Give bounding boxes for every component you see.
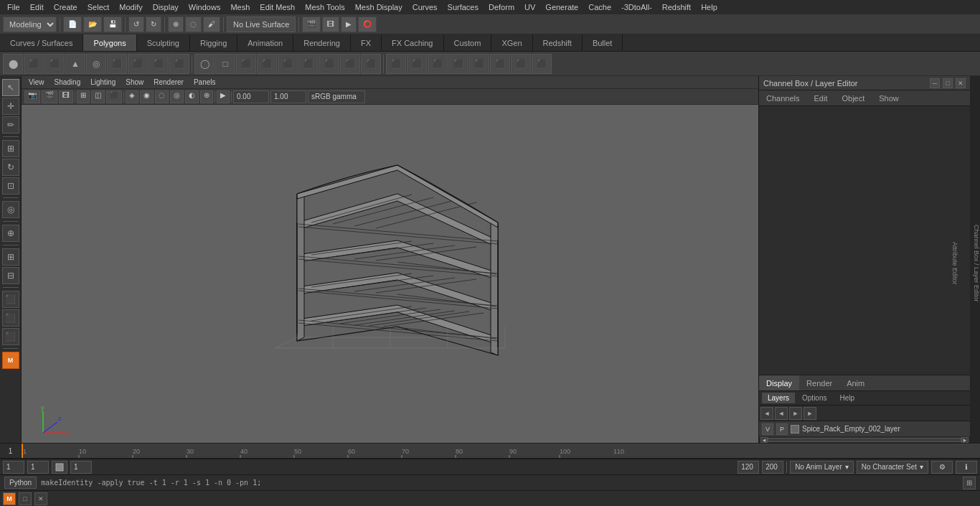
shelf-subdiv[interactable]: ⬛ bbox=[340, 54, 360, 74]
cb-minimize[interactable]: ─ bbox=[930, 78, 940, 88]
render-settings-btn[interactable]: 🎞 bbox=[322, 17, 339, 32]
shelf-torus[interactable]: ◎ bbox=[86, 54, 106, 74]
render-seq-btn[interactable]: ▶ bbox=[341, 17, 357, 32]
layers-submenu-help[interactable]: Help bbox=[834, 393, 860, 403]
select-tool[interactable]: ↖ bbox=[2, 79, 19, 96]
shelf-reduce[interactable]: ⬛ bbox=[361, 54, 381, 74]
tab-curves-surfaces[interactable]: Curves / Surfaces bbox=[0, 34, 83, 51]
layer-display-tab[interactable]: Display bbox=[759, 375, 799, 390]
tab-xgen[interactable]: XGen bbox=[491, 34, 532, 51]
ch-tab-channels[interactable]: Channels bbox=[759, 90, 806, 106]
status-range-start[interactable]: 120 bbox=[738, 461, 759, 474]
paint-tool[interactable]: ✏ bbox=[2, 116, 19, 133]
tab-rigging[interactable]: Rigging bbox=[190, 34, 237, 51]
layer-anim-tab[interactable]: Anim bbox=[839, 375, 872, 390]
shelf-booleans[interactable]: ⬛ bbox=[298, 54, 319, 74]
menu-display[interactable]: Display bbox=[149, 1, 183, 13]
menu-redshift[interactable]: Redshift bbox=[658, 1, 695, 13]
tab-rendering[interactable]: Rendering bbox=[293, 34, 351, 51]
layer-playback-btn[interactable]: P bbox=[776, 423, 788, 435]
shelf-pyramid[interactable]: ⬛ bbox=[149, 54, 169, 74]
menu-3dto[interactable]: -3DtoAll- bbox=[617, 1, 656, 13]
vp-animate-btn[interactable]: ▶ bbox=[217, 90, 230, 103]
show-manipulator[interactable]: ⊕ bbox=[2, 225, 19, 242]
shelf-smooth[interactable]: ⬛ bbox=[319, 54, 339, 74]
shelf-crease[interactable]: ⬛ bbox=[532, 54, 552, 74]
vp-camera-btn[interactable]: 📷 bbox=[24, 90, 40, 103]
soft-select-tool[interactable]: ◎ bbox=[2, 201, 19, 218]
shelf-wedge[interactable]: ⬛ bbox=[469, 54, 489, 74]
tab-sculpting[interactable]: Sculpting bbox=[137, 34, 190, 51]
tab-fx[interactable]: FX bbox=[351, 34, 382, 51]
new-file-btn[interactable]: 📄 bbox=[63, 17, 82, 32]
shelf-square[interactable]: □ bbox=[215, 54, 235, 74]
shelf-poke[interactable]: ⬛ bbox=[490, 54, 510, 74]
vp-mode2[interactable]: ◉ bbox=[140, 90, 154, 103]
vp-mode5[interactable]: ◐ bbox=[185, 90, 199, 103]
vp-menu-view[interactable]: View bbox=[24, 78, 49, 86]
shelf-pipe[interactable]: ⬛ bbox=[107, 54, 127, 74]
shelf-extrude[interactable]: ⬛ bbox=[386, 54, 406, 74]
menu-mesh-tools[interactable]: Mesh Tools bbox=[301, 1, 349, 13]
menu-mesh[interactable]: Mesh bbox=[226, 1, 254, 13]
layer-scroll-left[interactable]: ◄ bbox=[760, 437, 768, 443]
cb-close[interactable]: ✕ bbox=[956, 78, 966, 88]
layer-scrollbar-thumb[interactable] bbox=[768, 438, 961, 442]
vp-menu-lighting[interactable]: Lighting bbox=[86, 78, 120, 86]
transform-tool[interactable]: ⊞ bbox=[2, 140, 19, 157]
maya-logo[interactable]: M bbox=[2, 352, 19, 369]
anim-layer-display[interactable]: No Anim Layer ▾ bbox=[790, 461, 854, 474]
layer-last-btn[interactable]: ► bbox=[804, 407, 816, 420]
layer-prev-btn[interactable]: ◄ bbox=[775, 407, 788, 420]
vp-film-btn[interactable]: 🎬 bbox=[42, 90, 57, 103]
menu-curves[interactable]: Curves bbox=[408, 1, 442, 13]
timeline-ruler[interactable]: 1 10 20 30 40 50 60 70 80 90 100 110 bbox=[22, 444, 980, 458]
menu-cache[interactable]: Cache bbox=[584, 1, 616, 13]
vp-mode1[interactable]: ◈ bbox=[126, 90, 138, 103]
layers-submenu-options[interactable]: Options bbox=[796, 393, 832, 403]
quick-rig[interactable]: ⬛ bbox=[2, 309, 19, 327]
layer-color-swatch[interactable] bbox=[791, 425, 799, 434]
shelf-extract[interactable]: ⬛ bbox=[278, 54, 298, 74]
open-file-btn[interactable]: 📂 bbox=[83, 17, 102, 32]
menu-surfaces[interactable]: Surfaces bbox=[443, 1, 483, 13]
vp-menu-shading[interactable]: Shading bbox=[50, 78, 85, 86]
tab-animation[interactable]: Animation bbox=[237, 34, 293, 51]
menu-help[interactable]: Help bbox=[697, 1, 722, 13]
snap-grid[interactable]: ⊞ bbox=[2, 248, 19, 266]
workspace-dropdown[interactable]: Modeling bbox=[3, 17, 57, 32]
vp-menu-show[interactable]: Show bbox=[121, 78, 148, 86]
vp-mode4[interactable]: ◎ bbox=[170, 90, 184, 103]
vp-solid-btn[interactable]: ⬛ bbox=[106, 90, 122, 103]
save-file-btn[interactable]: 💾 bbox=[103, 17, 122, 32]
menu-edit[interactable]: Edit bbox=[26, 1, 48, 13]
cb-maximize[interactable]: □ bbox=[943, 78, 953, 88]
menu-uv[interactable]: UV bbox=[520, 1, 540, 13]
redo-btn[interactable]: ↻ bbox=[146, 17, 161, 32]
ch-tab-object[interactable]: Object bbox=[834, 90, 872, 106]
tab-bullet[interactable]: Bullet bbox=[583, 34, 623, 51]
layer-add-btn[interactable]: ◄ bbox=[760, 407, 773, 420]
vp-wire-btn[interactable]: ◫ bbox=[91, 90, 105, 103]
menu-create[interactable]: Create bbox=[50, 1, 82, 13]
layer-render-tab[interactable]: Render bbox=[799, 375, 839, 390]
shelf-fill-hole[interactable]: ⬛ bbox=[448, 54, 468, 74]
ch-tab-show[interactable]: Show bbox=[872, 90, 906, 106]
menu-select[interactable]: Select bbox=[83, 1, 114, 13]
shelf-chamfer[interactable]: ⬛ bbox=[511, 54, 531, 74]
tab-redshift[interactable]: Redshift bbox=[533, 34, 583, 51]
vp-grid-btn[interactable]: ⊞ bbox=[77, 90, 90, 103]
status-range-end[interactable]: 200 bbox=[762, 461, 783, 474]
select-by-component-btn[interactable]: ⊕ bbox=[168, 17, 184, 32]
paint-select-btn[interactable]: 🖌 bbox=[203, 17, 220, 32]
lasso-btn[interactable]: ◌ bbox=[185, 17, 202, 32]
shelf-cylinder[interactable]: ⬛ bbox=[44, 54, 65, 74]
ch-tab-edit[interactable]: Edit bbox=[806, 90, 834, 106]
shelf-separate[interactable]: ⬛ bbox=[257, 54, 277, 74]
canvas-area[interactable]: x y z persp bbox=[22, 105, 758, 443]
vp-menu-panels[interactable]: Panels bbox=[189, 78, 220, 86]
shelf-sphere[interactable]: ⬤ bbox=[3, 54, 23, 74]
layer-next-btn[interactable]: ► bbox=[789, 407, 802, 420]
shelf-combine[interactable]: ⬛ bbox=[236, 54, 256, 74]
shelf-bridge[interactable]: ⬛ bbox=[407, 54, 427, 74]
